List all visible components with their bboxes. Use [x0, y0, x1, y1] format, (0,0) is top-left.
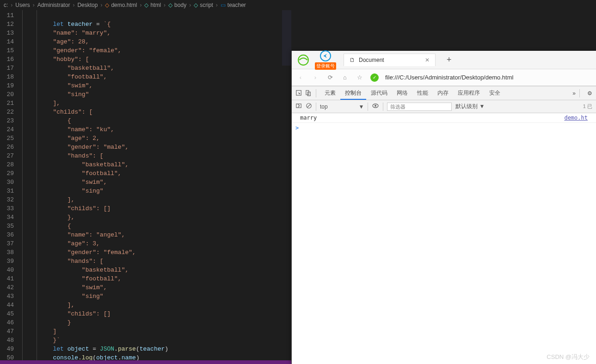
forward-button[interactable]: ›: [311, 73, 320, 82]
code-line[interactable]: "football",: [24, 169, 291, 178]
breadcrumb-drive[interactable]: c:: [4, 2, 8, 8]
log-level-selector[interactable]: 默认级别 ▼: [455, 103, 485, 110]
code-line[interactable]: "swim",: [24, 81, 291, 90]
code-line[interactable]: "sing": [24, 187, 291, 195]
code-line[interactable]: {: [24, 116, 291, 125]
new-tab-button[interactable]: +: [447, 55, 452, 65]
devtools-tab-7[interactable]: 安全: [485, 87, 505, 99]
symbol-icon: ◇: [168, 2, 172, 8]
html-file-icon: ◇: [105, 2, 109, 8]
line-number: 15: [0, 46, 14, 55]
devtools-tab-bar: 元素控制台源代码网络性能内存应用程序安全 » ⚙: [292, 86, 596, 100]
code-line[interactable]: "age": 2,: [24, 134, 291, 143]
code-line[interactable]: "name": "ku",: [24, 125, 291, 134]
breadcrumb[interactable]: c: › Users › Administrator › Desktop › ◇…: [0, 0, 291, 10]
breadcrumb-part[interactable]: Desktop: [77, 2, 98, 8]
devtools-tab-2[interactable]: 源代码: [366, 87, 392, 99]
code-line[interactable]: "childs": [: [24, 108, 291, 116]
back-button[interactable]: ‹: [296, 73, 305, 82]
security-shield-icon[interactable]: ✓: [370, 73, 379, 82]
code-line[interactable]: "age": 28,: [24, 37, 291, 46]
code-line[interactable]: "gender": "female",: [24, 46, 291, 55]
code-line[interactable]: "name": "marry",: [24, 29, 291, 37]
device-toggle-icon[interactable]: [305, 90, 312, 97]
console-toolbar: top ▼ 默认级别 ▼ 1 已: [292, 100, 596, 113]
breadcrumb-file[interactable]: demo.html: [111, 2, 137, 8]
code-line[interactable]: "swim",: [24, 178, 291, 187]
breadcrumb-symbol[interactable]: script: [200, 2, 213, 8]
breadcrumb-part[interactable]: Administrator: [37, 2, 70, 8]
code-line[interactable]: },: [24, 213, 291, 222]
login-badge[interactable]: 登录账号: [315, 62, 336, 70]
code-line[interactable]: "sing": [24, 292, 291, 301]
code-line[interactable]: ],: [24, 301, 291, 309]
code-line[interactable]: "name": "angel",: [24, 231, 291, 239]
code-content[interactable]: let teacher = `{ "name": "marry", "age":…: [22, 10, 291, 364]
devtools-tab-1[interactable]: 控制台: [340, 87, 366, 100]
console-output[interactable]: marry demo.ht >: [292, 113, 596, 133]
divider: [316, 103, 316, 111]
watermark: CSDN @冯大少: [547, 353, 590, 361]
breadcrumb-symbol[interactable]: html: [150, 2, 161, 8]
code-line[interactable]: "basketball",: [24, 160, 291, 169]
code-line[interactable]: "swim",: [24, 283, 291, 292]
devtools-tab-3[interactable]: 网络: [392, 87, 412, 99]
devtools-tab-6[interactable]: 应用程序: [453, 87, 485, 99]
close-tab-icon[interactable]: ✕: [425, 57, 430, 63]
filter-input[interactable]: [387, 103, 452, 111]
clear-console-icon[interactable]: [306, 103, 312, 110]
favorite-button[interactable]: ☆: [356, 73, 364, 82]
code-line[interactable]: }`: [24, 336, 291, 345]
line-number: 41: [0, 274, 14, 283]
code-line[interactable]: "hands": [: [24, 257, 291, 266]
settings-gear-icon[interactable]: ⚙: [587, 90, 592, 97]
devtools-tab-0[interactable]: 元素: [320, 87, 340, 99]
code-line[interactable]: "football",: [24, 274, 291, 283]
code-line[interactable]: "childs": []: [24, 309, 291, 318]
url-text[interactable]: file:///C:/Users/Administrator/Desktop/d…: [385, 74, 513, 81]
log-source-link[interactable]: demo.ht: [564, 115, 588, 121]
code-line[interactable]: let teacher = `{: [24, 20, 291, 29]
code-line[interactable]: [24, 11, 291, 20]
code-line[interactable]: "hobby": [: [24, 55, 291, 64]
code-line[interactable]: {: [24, 222, 291, 231]
code-line[interactable]: let object = JSON.parse(teacher): [24, 345, 291, 353]
live-expression-icon[interactable]: [372, 102, 379, 111]
console-log-line[interactable]: marry demo.ht: [292, 113, 596, 123]
code-line[interactable]: }: [24, 318, 291, 327]
home-button[interactable]: ⌂: [341, 73, 349, 82]
breadcrumb-symbol[interactable]: body: [174, 2, 186, 8]
code-line[interactable]: "sing": [24, 90, 291, 99]
breadcrumb-part[interactable]: Users: [15, 2, 30, 8]
browser-tab[interactable]: 🗋 Document ✕: [344, 54, 436, 66]
code-editor: c: › Users › Administrator › Desktop › ◇…: [0, 0, 291, 364]
browser-logo-icon[interactable]: [296, 53, 310, 67]
code-line[interactable]: ],: [24, 195, 291, 204]
minimap[interactable]: [282, 10, 291, 66]
status-bar[interactable]: [0, 360, 291, 364]
code-line[interactable]: ]: [24, 327, 291, 336]
code-line[interactable]: "basketball",: [24, 266, 291, 274]
code-line[interactable]: "childs": []: [24, 204, 291, 213]
devtools-tab-5[interactable]: 内存: [433, 87, 453, 99]
code-line[interactable]: "hands": [: [24, 152, 291, 160]
more-tabs-button[interactable]: »: [572, 90, 576, 97]
sidebar-toggle-icon[interactable]: [295, 103, 302, 110]
code-area[interactable]: 1112131415161718192021222324252627282930…: [0, 10, 291, 364]
code-line[interactable]: "gender": "female",: [24, 248, 291, 257]
line-number: 42: [0, 283, 14, 292]
inspect-icon[interactable]: [295, 90, 303, 97]
breadcrumb-symbol[interactable]: teacher: [227, 2, 246, 8]
code-line[interactable]: ],: [24, 99, 291, 108]
code-line[interactable]: "age": 3,: [24, 239, 291, 248]
code-line[interactable]: "basketball",: [24, 64, 291, 73]
compass-icon[interactable]: [320, 50, 331, 61]
code-line[interactable]: "gender": "male",: [24, 143, 291, 152]
line-number: 19: [0, 81, 14, 90]
devtools-tab-4[interactable]: 性能: [412, 87, 433, 99]
console-prompt[interactable]: >: [292, 123, 596, 133]
reload-button[interactable]: ⟳: [326, 73, 334, 82]
code-line[interactable]: "football",: [24, 73, 291, 81]
line-number-gutter: 1112131415161718192021222324252627282930…: [0, 10, 22, 364]
context-selector[interactable]: top ▼: [320, 103, 364, 110]
